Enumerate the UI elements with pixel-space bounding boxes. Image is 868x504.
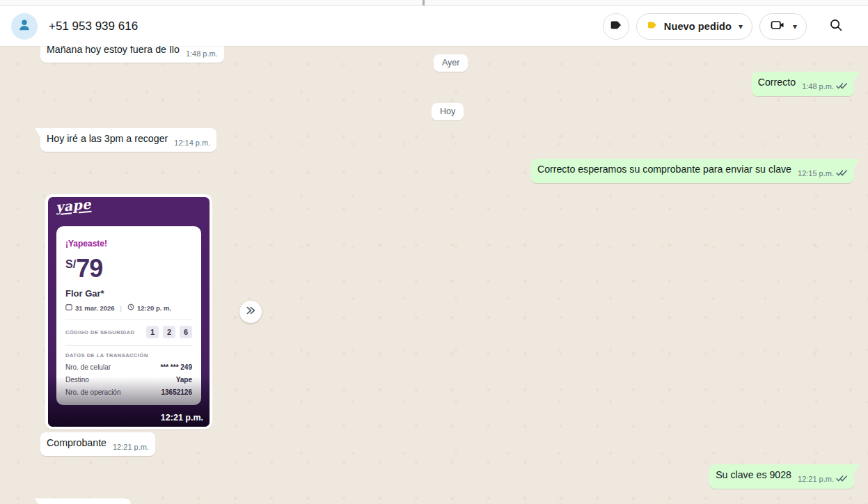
message-time: 12:21 p.m. [113, 443, 149, 451]
divider [65, 345, 192, 346]
date-divider: Ayer [434, 54, 468, 72]
message-time: 1:48 p.m. [186, 49, 218, 58]
clock-icon [127, 304, 134, 312]
message-time: 12:14 p.m. [174, 139, 210, 147]
message-image[interactable]: yape ¡Yapeaste! S/ 79 Flor Gar* 31 mar. … [45, 194, 212, 430]
currency-symbol: S/ [65, 258, 76, 271]
header-controls: Nuevo pedido ▾ ▾ [603, 13, 850, 40]
video-camera-icon [769, 17, 786, 36]
search-icon [828, 17, 844, 35]
search-button[interactable] [822, 13, 850, 40]
chat-messages-panel: Mañana hoy estoy fuera de Ilo1:48 p.m. A… [0, 46, 868, 504]
message-outgoing[interactable]: Su clave es 902812:21 p.m. [709, 464, 854, 489]
divider [65, 319, 192, 320]
double-check-icon [836, 168, 848, 181]
code-digit: 1 [146, 326, 159, 338]
image-timestamp: 12:21 p.m. [161, 413, 203, 423]
receipt-title: ¡Yapeaste! [65, 239, 192, 249]
message-incoming[interactable]: Mañana hoy estoy fuera de Ilo1:48 p.m. [40, 46, 224, 63]
message-text: Correcto esperamos su comprobante para e… [537, 164, 791, 175]
message-time: 12:15 p.m. [798, 169, 834, 178]
yape-receipt-image: yape ¡Yapeaste! S/ 79 Flor Gar* 31 mar. … [48, 197, 210, 427]
row-value: *** *** 249 [160, 363, 192, 371]
message-time: 12:21 p.m. [798, 475, 834, 483]
message-text: Hoy iré a las 3pm a recoger [47, 133, 168, 144]
transaction-row: Nro. de operación 13652126 [65, 388, 192, 396]
receipt-time: 12:20 p. m. [137, 304, 171, 312]
message-meta: 1:48 p.m. [186, 47, 218, 61]
message-incoming[interactable]: Comprobante12:21 p.m. [40, 432, 155, 456]
window-top-strip [0, 0, 868, 6]
row-label: Nro. de celular [65, 363, 111, 371]
row-value: 13652126 [161, 388, 193, 396]
message-text: Comprobante [47, 437, 106, 448]
message-text: Mañana hoy estoy fuera de Ilo [47, 46, 180, 55]
order-status-dropdown[interactable]: Nuevo pedido ▾ [636, 13, 752, 40]
payee-name: Flor Gar* [65, 288, 192, 299]
calendar-icon [65, 304, 72, 312]
receipt-card: ¡Yapeaste! S/ 79 Flor Gar* 31 mar. 2026 … [56, 226, 201, 405]
message-text: Correcto [758, 77, 796, 88]
message-incoming[interactable]: Hoy iré a las 3pm a recoger12:14 p.m. [40, 128, 216, 152]
row-label: Nro. de operación [65, 388, 121, 396]
avatar[interactable] [11, 13, 38, 40]
row-value: Yape [176, 376, 192, 384]
scrollbar-tick[interactable] [423, 0, 425, 6]
security-code-digits: 1 2 6 [146, 326, 192, 338]
row-label: Destino [65, 376, 89, 384]
message-meta: 1:48 p.m. [802, 80, 848, 94]
code-digit: 6 [180, 326, 192, 338]
label-filter-button[interactable] [603, 13, 629, 40]
double-check-icon [836, 473, 848, 487]
contact-name[interactable]: +51 953 939 616 [49, 19, 138, 33]
yellow-tag-icon [646, 19, 658, 34]
double-check-icon [836, 81, 848, 94]
video-call-dropdown[interactable]: ▾ [759, 13, 807, 40]
chevron-down-icon: ▾ [739, 22, 743, 31]
message-outgoing[interactable]: Correcto1:48 p.m. [752, 72, 854, 96]
message-incoming-partial[interactable] [40, 498, 131, 504]
message-meta: 12:14 p.m. [174, 136, 210, 150]
date-divider: Hoy [432, 103, 464, 120]
message-meta: 12:21 p.m. [113, 441, 149, 454]
transaction-row: Nro. de celular *** *** 249 [65, 363, 192, 371]
message-time: 1:48 p.m. [802, 82, 834, 90]
message-meta: 12:15 p.m. [798, 167, 848, 181]
separator: | [120, 304, 122, 312]
transaction-row: Destino Yape [65, 376, 192, 384]
yape-logo: yape [55, 197, 91, 214]
receipt-amount: S/ 79 [65, 256, 192, 281]
forward-message-button[interactable] [239, 301, 262, 323]
amount-value: 79 [76, 256, 102, 281]
message-text: Su clave es 9028 [716, 469, 791, 480]
code-digit: 2 [163, 326, 175, 338]
message-meta: 12:21 p.m. [798, 473, 848, 487]
order-status-label: Nuevo pedido [664, 21, 732, 32]
security-code-row: CÓDIGO DE SEGURIDAD 1 2 6 [65, 326, 192, 338]
forward-icon [244, 305, 258, 319]
transaction-section-label: DATOS DE LA TRANSACCIÓN [65, 352, 192, 359]
message-outgoing[interactable]: Correcto esperamos su comprobante para e… [531, 159, 854, 183]
receipt-date: 31 mar. 2026 [75, 304, 115, 312]
chevron-down-icon: ▾ [793, 22, 797, 31]
label-tag-icon [608, 17, 624, 36]
person-icon [16, 17, 33, 36]
chat-header: +51 953 939 616 Nuevo pedido ▾ ▾ [0, 6, 868, 46]
receipt-datetime: 31 mar. 2026 | 12:20 p. m. [65, 304, 192, 312]
security-code-label: CÓDIGO DE SEGURIDAD [65, 329, 135, 336]
